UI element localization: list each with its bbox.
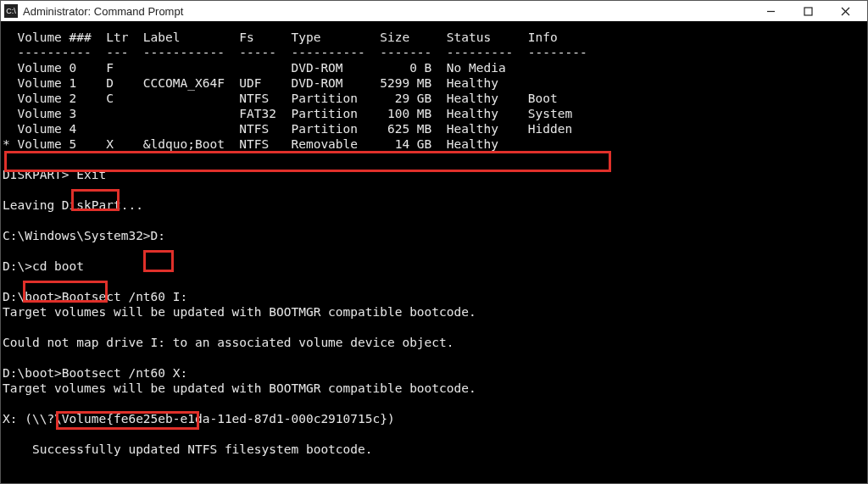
- svg-rect-1: [804, 8, 812, 15]
- window-title: Administrator: Command Prompt: [23, 5, 183, 18]
- cmd-window: C:\ Administrator: Command Prompt Volume…: [0, 0, 868, 484]
- maximize-button[interactable]: [789, 1, 826, 21]
- minimize-button[interactable]: [752, 1, 789, 21]
- titlebar[interactable]: C:\ Administrator: Command Prompt: [1, 1, 867, 22]
- close-button[interactable]: [826, 1, 864, 21]
- terminal-output[interactable]: Volume ### Ltr Label Fs Type Size Status…: [1, 21, 867, 483]
- cmd-icon: C:\: [4, 4, 18, 18]
